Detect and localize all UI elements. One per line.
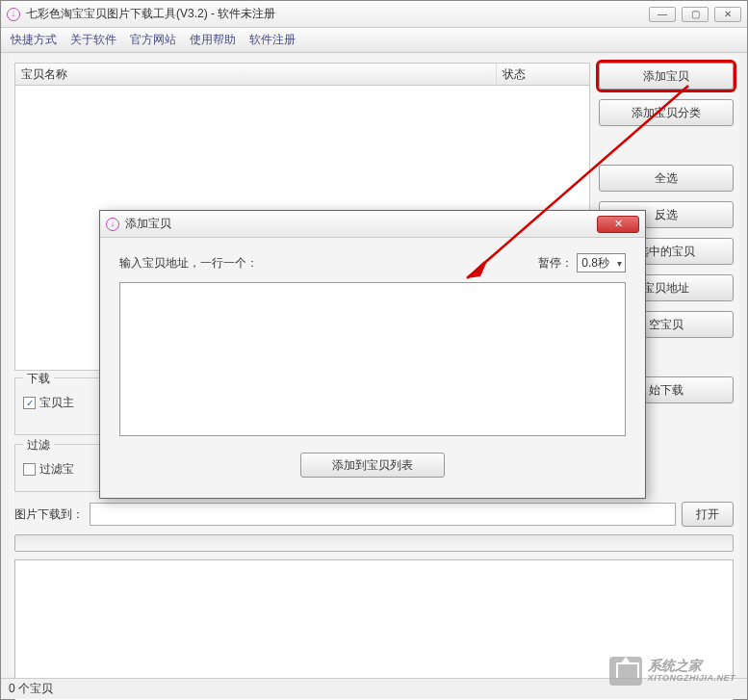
dialog-title: 添加宝贝 — [125, 216, 597, 232]
dialog-body: 输入宝贝地址，一行一个： 暂停： 0.8秒 添加到宝贝列表 — [100, 238, 645, 498]
dialog-button-row: 添加到宝贝列表 — [119, 453, 626, 478]
menu-website[interactable]: 官方网站 — [130, 32, 176, 48]
pause-row: 暂停： 0.8秒 — [538, 253, 626, 272]
main-window: 七彩色淘宝宝贝图片下载工具(V3.2) - 软件未注册 — ▢ ✕ 快捷方式 关… — [0, 0, 748, 700]
menu-help[interactable]: 使用帮助 — [190, 32, 236, 48]
checkbox-filter[interactable] — [23, 463, 36, 476]
watermark-text: 系统之家 XITONGZHIJIA.NET — [648, 659, 735, 683]
column-name[interactable]: 宝贝名称 — [15, 64, 497, 85]
path-label: 图片下载到： — [14, 506, 84, 523]
status-count: 0 个宝贝 — [9, 681, 53, 697]
checkbox-item-main[interactable]: ✓ — [23, 397, 36, 409]
dialog-input-label: 输入宝贝地址，一行一个： — [119, 255, 258, 272]
menubar: 快捷方式 关于软件 官方网站 使用帮助 软件注册 — [1, 28, 747, 53]
column-status[interactable]: 状态 — [497, 66, 589, 83]
dialog-titlebar: 添加宝贝 ✕ — [100, 211, 645, 238]
watermark-en: XITONGZHIJIA.NET — [648, 674, 735, 684]
add-category-button[interactable]: 添加宝贝分类 — [599, 99, 734, 126]
download-group-title: 下载 — [23, 371, 54, 387]
address-textarea[interactable] — [119, 282, 626, 436]
menu-shortcut[interactable]: 快捷方式 — [11, 32, 57, 48]
menu-about[interactable]: 关于软件 — [70, 32, 116, 48]
app-icon — [7, 8, 20, 21]
pause-select[interactable]: 0.8秒 — [577, 253, 626, 272]
list-header: 宝贝名称 状态 — [14, 63, 590, 86]
watermark-house-icon — [609, 657, 642, 686]
progress-bar — [14, 534, 734, 552]
add-item-dialog: 添加宝贝 ✕ 输入宝贝地址，一行一个： 暂停： 0.8秒 添加到宝贝列表 — [99, 210, 646, 499]
window-title: 七彩色淘宝宝贝图片下载工具(V3.2) - 软件未注册 — [26, 6, 649, 22]
watermark-cn: 系统之家 — [648, 659, 735, 673]
titlebar: 七彩色淘宝宝贝图片下载工具(V3.2) - 软件未注册 — ▢ ✕ — [1, 1, 747, 28]
dialog-icon — [106, 218, 119, 231]
add-item-button[interactable]: 添加宝贝 — [599, 63, 734, 90]
pause-label: 暂停： — [538, 255, 573, 272]
dialog-label-row: 输入宝贝地址，一行一个： 暂停： 0.8秒 — [119, 253, 626, 272]
close-button[interactable]: ✕ — [714, 7, 741, 22]
minimize-button[interactable]: — — [649, 7, 676, 22]
checkbox-filter-label: 过滤宝 — [39, 461, 74, 478]
filter-group-title: 过滤 — [23, 437, 54, 454]
maximize-button[interactable]: ▢ — [682, 7, 709, 22]
menu-register[interactable]: 软件注册 — [249, 32, 296, 48]
open-path-button[interactable]: 打开 — [682, 502, 734, 527]
window-controls: — ▢ ✕ — [649, 7, 741, 22]
select-all-button[interactable]: 全选 — [599, 165, 734, 192]
dialog-close-button[interactable]: ✕ — [597, 216, 639, 233]
checkbox-item-main-label: 宝贝主 — [39, 395, 74, 411]
path-input[interactable] — [90, 503, 676, 526]
download-path-row: 图片下载到： 打开 — [14, 502, 734, 527]
watermark: 系统之家 XITONGZHIJIA.NET — [609, 657, 735, 686]
add-to-list-button[interactable]: 添加到宝贝列表 — [300, 453, 445, 478]
